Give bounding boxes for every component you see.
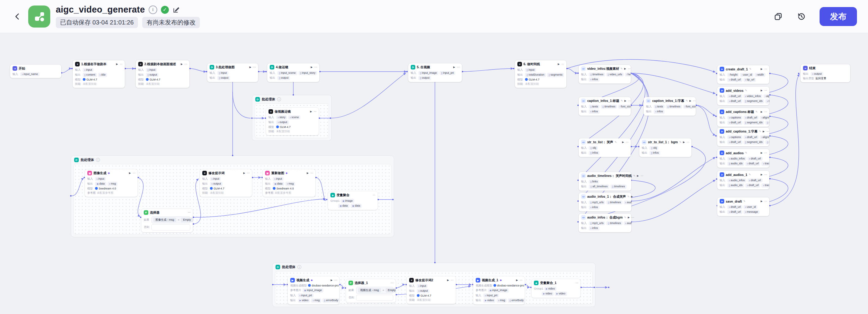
node-video_infos[interactable]: </>video_infos:视频素材✎▶⋯输入{}timelines[]vid… (579, 65, 631, 83)
node-n2[interactable]: ✳2.根据剧本做画面描述▶⋯输入[]input输出[]output模型GLM-4… (136, 60, 189, 88)
node-aa1[interactable]: ➤add_audios_1✎▶⋯输入saudio_infossdraft_url… (717, 171, 769, 189)
run-node-icon[interactable]: ▶ (624, 100, 626, 102)
node-menu-icon[interactable]: ⋯ (561, 63, 564, 66)
node-menu-icon[interactable]: ⋯ (765, 89, 767, 92)
node-menu-icon[interactable]: ⋯ (628, 67, 630, 70)
node-s2l1[interactable]: </>str_to_list_1： bgm✎▶⋯输入{}obj输出[]infos (639, 138, 691, 157)
container-info-icon[interactable]: i (297, 265, 301, 269)
node-mk[interactable]: ✳做视频运镜▶⋯输入sstorysscene输出soutput模型GLM-4.7… (266, 108, 319, 135)
node-n6[interactable]: ✳6. 做时间线▶⋯输入[]input输出{}totalDuration[]se… (515, 60, 566, 88)
node-aa[interactable]: ➤add_audios✎▶⋯输入saudio_infossdraft_url输出… (717, 149, 769, 168)
node-menu-icon[interactable]: ⋯ (253, 66, 256, 69)
run-node-icon[interactable]: ▶ (331, 279, 333, 282)
run-node-icon[interactable]: ▶ (310, 110, 312, 113)
node-menu-icon[interactable]: ⋯ (373, 194, 375, 197)
condition-box[interactable]: 视频生成 - msg=Empty (356, 287, 393, 294)
run-node-icon[interactable]: ▶ (622, 141, 624, 143)
canvas[interactable]: ⟳批处理体i⟳批处理体i⟳批处理体i➜开始输入sinput_name✳1.根据名… (0, 33, 868, 314)
node-end[interactable]: ➜结束输出soutput输出类型返回变量 (801, 64, 850, 82)
node-cap1[interactable]: </>caption_infos_1:标题✎▶⋯输入[]texts{}timel… (579, 97, 631, 116)
node-menu-icon[interactable]: ⋯ (693, 100, 695, 102)
node-menu-icon[interactable]: ⋯ (765, 173, 767, 176)
node-menu-icon[interactable]: ⋯ (391, 282, 393, 284)
node-n1[interactable]: ✳1.根据名字做剧本▶⋯输入sinput输出[]contentstitle模型G… (73, 60, 125, 88)
run-node-icon[interactable]: ▶ (624, 67, 626, 70)
container-info-icon[interactable]: i (96, 158, 100, 162)
run-node-icon[interactable]: ▶ (249, 66, 251, 69)
node-menu-icon[interactable]: ⋯ (765, 200, 767, 203)
node-menu-icon[interactable]: ⋯ (451, 279, 453, 282)
run-node-icon[interactable]: ▶ (628, 216, 629, 219)
run-node-icon[interactable]: ▶ (558, 63, 560, 66)
node-n5[interactable]: ⟳5. 生视频▶⋯输入[]input_image[]input_prt输出[]o… (408, 63, 462, 82)
node-ac[interactable]: ➤add_captions:标题✎▶⋯输入scaptionssdraft_url… (717, 108, 769, 127)
duplicate-icon[interactable] (771, 9, 786, 24)
node-s2l[interactable]: </>str_to_list： 哭声✎▶⋯输入{}obj输出[]infos (579, 138, 631, 157)
node-sel1[interactable]: IF选择器_1⋯如果视频生成 - msg=Empty否则 (346, 279, 396, 303)
run-node-icon[interactable]: ▶ (307, 172, 309, 174)
node-start[interactable]: ➜开始输入sinput_name (10, 65, 61, 78)
node-cap2[interactable]: </>caption_infos_1:字幕✎▶⋯输入[]texts{}timel… (644, 97, 696, 116)
run-node-icon[interactable]: ▶ (637, 174, 639, 177)
node-agg1[interactable]: ◈变量聚合_1⋯Group1▶video▶video▶video (531, 279, 581, 298)
node-cd1[interactable]: ➤create_draft_1✎▶⋯输入iheightiuser_idiwidt… (717, 65, 769, 84)
node-menu-icon[interactable]: ⋯ (185, 63, 187, 66)
node-menu-icon[interactable]: ⋯ (687, 141, 689, 143)
node-ai1[interactable]: </>audio_infos_1： 合成哭声✎▶⋯输入[]mp3_urls{}t… (579, 193, 631, 211)
run-node-icon[interactable]: ▶ (761, 110, 763, 113)
run-node-icon[interactable]: ▶ (761, 89, 763, 92)
node-vg1[interactable]: ▶视频生成_1◆▶⋯视频生成模型doubao-seedance-pro参考图片▣… (473, 276, 525, 305)
node-n4[interactable]: ⟳4.做运镜▶⋯输入[]input_scene[]input_story输出[]… (267, 63, 319, 82)
node-menu-icon[interactable]: ⋯ (641, 174, 643, 177)
run-node-icon[interactable]: ▶ (243, 172, 245, 174)
run-node-icon[interactable]: ▶ (761, 151, 763, 154)
node-ai0[interactable]: </>audio_infos： 合成bgm✎▶⋯输入[]mp3_urls{}ti… (579, 214, 631, 232)
node-ac1[interactable]: ➤add_captions_1:字幕✎▶⋯输入scaptionssdraft_u… (717, 128, 769, 146)
node-menu-icon[interactable]: ⋯ (626, 141, 628, 143)
node-menu-icon[interactable]: ⋯ (334, 279, 337, 282)
run-node-icon[interactable]: ▶ (116, 63, 118, 66)
run-node-icon[interactable]: ▶ (516, 279, 518, 282)
else-branch-box[interactable] (151, 224, 190, 231)
node-sd[interactable]: ➤save_draft✎▶⋯输入sdraft_urlsuser_id输出sdra… (717, 198, 769, 216)
node-menu-icon[interactable]: ⋯ (765, 68, 767, 70)
else-branch-box[interactable] (356, 295, 393, 301)
info-icon[interactable]: i (149, 5, 157, 14)
node-redo[interactable]: ▣重新做图◆▶⋯输入sinput输出▣datasmsg模型Seedream 4.… (263, 169, 315, 197)
run-node-icon[interactable]: ▶ (689, 100, 691, 102)
node-sel[interactable]: IF选择器⋯如果图像生成 - msg=Empty否则 (141, 209, 193, 232)
node-menu-icon[interactable]: ⋯ (765, 151, 767, 154)
node-menu-icon[interactable]: ⋯ (631, 216, 634, 219)
run-node-icon[interactable]: ▶ (181, 63, 183, 66)
run-node-icon[interactable]: ▶ (761, 173, 763, 176)
node-menu-icon[interactable]: ⋯ (457, 66, 459, 69)
edit-title-icon[interactable] (173, 6, 180, 13)
node-menu-icon[interactable]: ⋯ (628, 100, 630, 102)
node-menu-icon[interactable]: ⋯ (314, 66, 317, 69)
back-button[interactable] (11, 10, 24, 23)
run-node-icon[interactable]: ▶ (631, 195, 633, 198)
node-editPrompt[interactable]: ✳修改提示词▶⋯输入sinput输出soutput模型GLM-4.7技能未配置技… (200, 169, 252, 197)
node-menu-icon[interactable]: ⋯ (310, 172, 313, 174)
node-menu-icon[interactable]: ⋯ (635, 195, 637, 198)
node-menu-icon[interactable]: ⋯ (188, 211, 190, 214)
publish-button[interactable]: 发布 (819, 7, 857, 26)
node-menu-icon[interactable]: ⋯ (576, 282, 578, 284)
node-atl[interactable]: </>audio_timelines： 哭声时间线✎▶⋯输入[]links输出{… (579, 172, 631, 191)
node-edit2[interactable]: ✳修改提示词2▶⋯输入sinput输出soutput模型GLM-4.7技能未配置… (407, 276, 456, 304)
run-node-icon[interactable]: ▶ (311, 66, 313, 69)
node-av[interactable]: ➤add_videos✎▶⋯输入sdraft_urlsvideo_infosia… (717, 86, 769, 105)
run-node-icon[interactable]: ▶ (447, 279, 449, 282)
condition-box[interactable]: 图像生成 - msg=Empty (151, 216, 190, 224)
run-node-icon[interactable]: ▶ (683, 141, 685, 143)
run-node-icon[interactable]: ▶ (761, 200, 763, 203)
node-menu-icon[interactable]: ⋯ (247, 172, 249, 174)
node-agg[interactable]: ◈变量聚合⋯Group1▣image▣data▣data (328, 191, 378, 210)
node-menu-icon[interactable]: ⋯ (120, 63, 122, 66)
node-menu-icon[interactable]: ⋯ (133, 172, 135, 174)
node-menu-icon[interactable]: ⋯ (765, 110, 767, 113)
node-imgGen[interactable]: ▣图像生成◆▶⋯输入sinput输出▣datasmsg模型Seedream 4.… (85, 169, 137, 197)
history-icon[interactable] (794, 9, 809, 24)
container-info-icon[interactable]: i (277, 97, 281, 101)
node-menu-icon[interactable]: ⋯ (520, 279, 522, 282)
